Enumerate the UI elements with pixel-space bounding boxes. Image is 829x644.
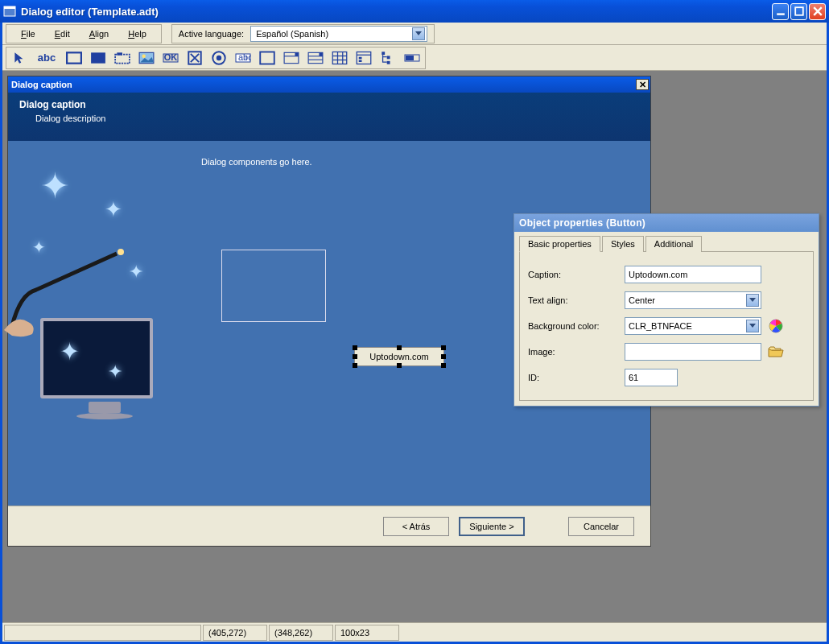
list-tool[interactable] <box>354 49 373 67</box>
toolbar: abc OK abc <box>2 45 827 71</box>
color-picker-icon[interactable] <box>766 317 786 335</box>
dialog-footer: < Atrás Siguiente > Cancelar <box>8 506 650 546</box>
resize-handle[interactable] <box>353 354 357 359</box>
close-button[interactable] <box>809 3 826 20</box>
combo2-tool[interactable] <box>306 49 325 67</box>
menubar: File Edit Align Help Active language: Es… <box>2 23 827 45</box>
textalign-select[interactable]: Center <box>625 291 761 309</box>
image-label: Image: <box>528 347 625 357</box>
bgcolor-select[interactable]: CLR_BTNFACE <box>625 317 761 335</box>
image-input[interactable] <box>625 343 761 361</box>
window-title: Dialog editor (Template.adt) <box>21 6 772 18</box>
svg-rect-33 <box>359 56 362 59</box>
id-label: ID: <box>528 373 625 382</box>
checkbox-tool[interactable] <box>185 49 204 67</box>
resize-handle[interactable] <box>441 345 446 350</box>
resize-handle[interactable] <box>353 363 357 368</box>
svg-point-9 <box>142 54 145 57</box>
svg-rect-6 <box>115 54 130 63</box>
cancel-button[interactable]: Cancelar <box>568 517 634 536</box>
dialog-header-desc: Dialog description <box>19 114 639 123</box>
svg-point-14 <box>217 55 221 60</box>
maximize-button[interactable] <box>790 3 807 20</box>
dialog-body-hint: Dialog components go here. <box>201 157 634 167</box>
dialog-titlebar[interactable]: Dialog caption ✕ <box>8 76 650 93</box>
selected-button[interactable]: Uptodown.com <box>354 347 444 366</box>
statusbar: (405,272) (348,262) 100x23 <box>2 622 827 642</box>
menu-file-rest: ile <box>27 29 35 39</box>
tab-additional[interactable]: Additional <box>645 236 702 252</box>
svg-text:OK: OK <box>164 52 178 62</box>
properties-tabs: Basic properties Styles Additional <box>514 232 819 251</box>
chevron-down-icon <box>412 27 425 40</box>
properties-panel[interactable]: Object properties (Button) Basic propert… <box>513 213 819 407</box>
textalign-label: Text align: <box>528 295 625 305</box>
panel-tool[interactable] <box>89 49 108 67</box>
language-value: Español (Spanish) <box>256 29 328 39</box>
menu-file[interactable]: File <box>11 27 45 40</box>
window-titlebar: Dialog editor (Template.adt) <box>0 0 829 23</box>
svg-rect-4 <box>67 52 81 63</box>
properties-panel-title[interactable]: Object properties (Button) <box>514 214 819 232</box>
dialog-close-icon[interactable]: ✕ <box>636 79 649 90</box>
svg-rect-7 <box>117 52 122 55</box>
grid-tool[interactable] <box>330 49 349 67</box>
svg-rect-2 <box>777 13 785 14</box>
caption-label: Caption: <box>528 270 625 279</box>
folder-open-icon[interactable] <box>766 343 786 361</box>
resize-handle[interactable] <box>441 363 446 368</box>
id-input[interactable]: 61 <box>625 369 678 386</box>
language-label: Active language: <box>179 29 244 39</box>
svg-point-40 <box>118 249 124 255</box>
button-tool[interactable]: OK <box>161 49 180 67</box>
language-group: Active language: Español (Spanish) <box>171 24 435 43</box>
app-icon <box>3 5 16 18</box>
svg-rect-21 <box>295 52 298 56</box>
listbox-tool[interactable] <box>258 49 277 67</box>
caption-input[interactable]: Uptodown.com <box>625 266 761 283</box>
svg-rect-1 <box>4 6 15 9</box>
svg-rect-5 <box>91 52 105 63</box>
svg-rect-34 <box>359 60 362 62</box>
label-tool[interactable]: abc <box>34 49 60 67</box>
menu-help[interactable]: Help <box>118 27 156 40</box>
selected-button-label: Uptodown.com <box>369 352 428 361</box>
resize-handle[interactable] <box>353 345 357 350</box>
frame-tool[interactable] <box>64 49 84 67</box>
menu-edit[interactable]: Edit <box>45 27 80 40</box>
dialog-header: Dialog caption Dialog description <box>8 93 650 141</box>
pointer-tool[interactable] <box>10 49 29 67</box>
image-tool[interactable] <box>137 49 156 67</box>
tool-group: abc OK abc <box>6 47 426 69</box>
svg-rect-25 <box>319 52 322 56</box>
tab-basic[interactable]: Basic properties <box>519 236 600 252</box>
menu-align[interactable]: Align <box>80 27 118 40</box>
progressbar-tool[interactable] <box>402 49 422 67</box>
groupbox-tool[interactable] <box>113 49 132 67</box>
svg-rect-37 <box>387 60 390 64</box>
resize-handle[interactable] <box>397 345 402 350</box>
chevron-down-icon <box>746 294 759 307</box>
window-controls <box>772 3 826 20</box>
chevron-down-icon <box>746 320 759 332</box>
language-select[interactable]: Español (Spanish) <box>250 26 427 42</box>
placeholder-rect[interactable] <box>221 250 326 322</box>
radio-tool[interactable] <box>209 49 229 67</box>
edit-tool[interactable]: abc <box>233 49 253 67</box>
combo-tool[interactable] <box>282 49 301 67</box>
svg-rect-26 <box>332 52 347 64</box>
back-button[interactable]: < Atrás <box>383 517 449 536</box>
minimize-button[interactable] <box>772 3 789 20</box>
svg-text:abc: abc <box>238 52 251 62</box>
menu-group: File Edit Align Help <box>6 24 162 43</box>
resize-handle[interactable] <box>397 363 402 368</box>
dialog-header-title: Dialog caption <box>19 99 639 110</box>
svg-rect-39 <box>406 56 414 60</box>
svg-rect-36 <box>387 56 390 59</box>
workspace: Dialog caption ✕ Dialog caption Dialog d… <box>2 71 827 622</box>
properties-body: Caption: Uptodown.com Text align: Center… <box>519 251 814 401</box>
resize-handle[interactable] <box>441 354 446 359</box>
tab-styles[interactable]: Styles <box>602 236 644 252</box>
next-button[interactable]: Siguiente > <box>459 517 525 536</box>
tree-tool[interactable] <box>378 49 398 67</box>
